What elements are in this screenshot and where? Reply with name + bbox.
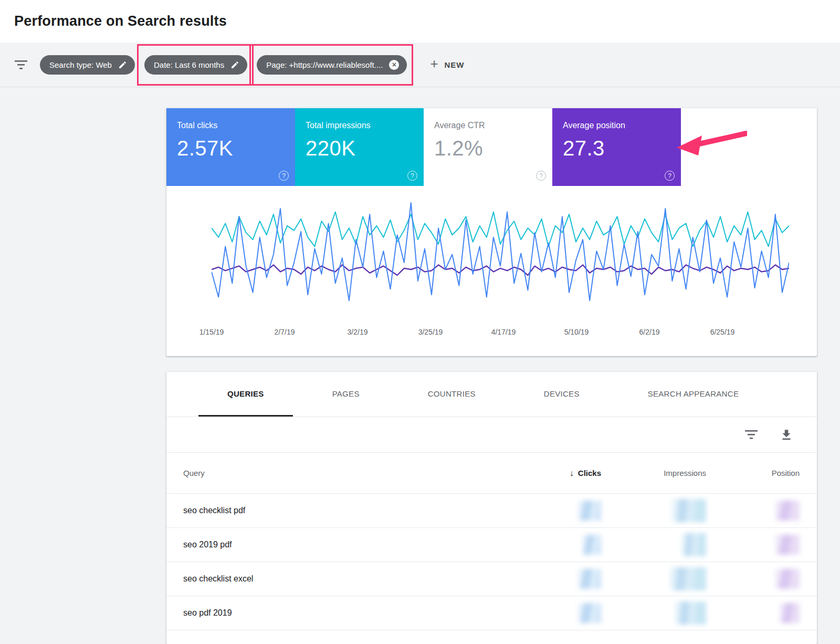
position-cell-blurred [706,603,800,623]
help-icon[interactable]: ? [279,171,289,181]
tab-pages[interactable]: PAGES [303,372,388,417]
query-cell: seo 2019 pdf [183,540,522,549]
blurred-value-block [578,603,601,623]
page-title: Performance on Search results [14,13,227,29]
impressions-cell-blurred [601,601,706,625]
dimension-tabs: QUERIES PAGES COUNTRIES DEVICES SEARCH A… [166,372,817,417]
blurred-value-block [673,499,706,522]
metric-average-ctr[interactable]: Average CTR 1.2% ? [424,108,552,186]
metric-average-position[interactable]: Average position 27.3 ? [552,108,681,186]
performance-card: Total clicks 2.57K ? Total impressions 2… [166,108,817,356]
blurred-value-block [775,535,800,555]
metric-value: 220K [306,137,414,160]
x-axis-tick-label: 1/15/19 [200,328,224,336]
tab-search-appearance[interactable]: SEARCH APPEARANCE [619,372,768,417]
plus-icon: + [430,56,438,72]
x-axis-tick-label: 4/17/19 [491,328,516,336]
query-cell: seo checklist pdf [183,506,522,515]
metric-value: 1.2% [434,137,543,160]
metric-label: Total clicks [177,121,286,130]
impressions-cell-blurred [601,567,706,590]
page-filter-chip[interactable]: Page: +https://www.reliablesoft.... × [257,55,407,75]
edit-icon [230,60,239,69]
chart-line-total-impressions [212,212,789,247]
blurred-value-block [780,603,800,623]
position-cell-blurred [706,535,800,555]
column-header-impressions[interactable]: Impressions [601,469,706,477]
column-header-query: Query [183,469,522,477]
blurred-value-block [676,601,706,625]
blurred-value-block [775,501,800,521]
metrics-row: Total clicks 2.57K ? Total impressions 2… [166,108,817,186]
remove-filter-icon[interactable]: × [389,60,399,70]
table-row[interactable]: seo pdf 2019 [166,596,817,630]
blurred-value-block [578,501,601,521]
results-table-card: QUERIES PAGES COUNTRIES DEVICES SEARCH A… [166,372,817,644]
metric-total-impressions[interactable]: Total impressions 220K ? [295,108,424,186]
page-header: Performance on Search results [0,0,840,43]
blurred-value-block [682,533,706,556]
search-type-chip-label: Search type: Web [49,60,112,69]
search-type-chip[interactable]: Search type: Web [40,55,135,75]
clicks-cell-blurred [522,569,601,589]
help-icon[interactable]: ? [665,171,675,181]
clicks-cell-blurred [522,501,601,521]
page-filter-chip-label: Page: +https://www.reliablesoft.... [266,60,383,69]
date-filter-chip-label: Date: Last 6 months [154,60,224,69]
tab-countries[interactable]: COUNTRIES [399,372,505,417]
blurred-value-block [670,567,706,590]
position-cell-blurred [706,501,800,521]
impressions-cell-blurred [601,533,706,556]
new-filter-button-label: NEW [445,60,465,69]
metric-value: 2.57K [177,137,286,160]
new-filter-button[interactable]: + NEW [430,57,464,72]
edit-icon [118,60,127,69]
table-toolbar [166,417,817,453]
metric-value: 27.3 [563,137,671,160]
x-axis-tick-label: 3/2/19 [348,328,368,336]
chart-line-total-clicks [212,203,789,300]
export-download-icon[interactable] [780,428,793,442]
table-row[interactable]: seo 2019 pdf [166,528,817,562]
x-axis-tick-label: 2/7/19 [275,328,295,336]
help-icon[interactable]: ? [407,171,417,181]
filter-list-icon[interactable] [15,60,27,69]
sort-desc-icon: ↓ [570,469,574,477]
metric-total-clicks[interactable]: Total clicks 2.57K ? [166,108,295,186]
help-icon[interactable]: ? [536,171,546,181]
table-filter-icon[interactable] [745,430,758,439]
metric-label: Average CTR [434,121,543,130]
metric-label: Average position [563,121,671,130]
table-body: seo checklist pdfseo 2019 pdfseo checkli… [166,494,817,630]
tab-queries[interactable]: QUERIES [198,372,293,417]
x-axis-tick-label: 3/25/19 [418,328,443,336]
impressions-cell-blurred [601,499,706,522]
tab-devices[interactable]: DEVICES [515,372,608,417]
blurred-value-block [582,535,601,555]
x-axis-tick-label: 6/2/19 [639,328,660,336]
clicks-cell-blurred [522,603,601,623]
column-header-position[interactable]: Position [706,469,800,477]
column-header-clicks[interactable]: ↓Clicks [522,469,601,478]
blurred-value-block [578,569,601,589]
clicks-cell-blurred [522,535,601,555]
table-header-row: Query ↓Clicks Impressions Position [166,453,817,494]
metric-label: Total impressions [306,121,414,130]
table-row[interactable]: seo checklist excel [166,562,817,596]
query-cell: seo checklist excel [183,574,522,584]
date-filter-chip[interactable]: Date: Last 6 months [144,55,247,75]
table-row[interactable]: seo checklist pdf [166,494,817,528]
query-cell: seo pdf 2019 [183,608,522,618]
filter-bar: Search type: Web Date: Last 6 months Pag… [0,43,840,87]
x-axis-tick-label: 6/25/19 [710,328,735,336]
blurred-value-block [775,569,800,589]
chart-x-axis: 1/15/192/7/193/2/193/25/194/17/195/10/19… [212,328,789,339]
performance-line-chart [212,199,789,322]
x-axis-tick-label: 5/10/19 [564,328,589,336]
position-cell-blurred [706,569,800,589]
